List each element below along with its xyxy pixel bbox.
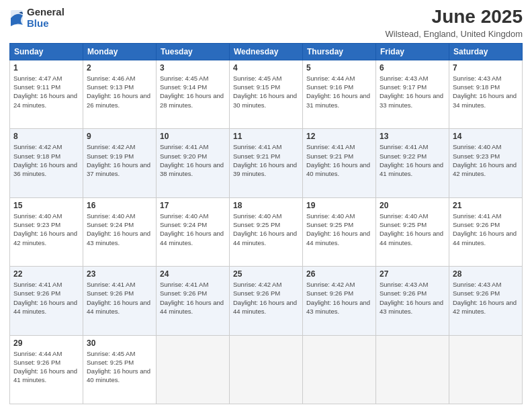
- day-number: 23: [87, 269, 152, 279]
- day-number: 10: [160, 132, 226, 141]
- day-number: 11: [233, 132, 299, 141]
- day-number: 14: [453, 132, 519, 141]
- table-row: 18 Sunrise: 4:40 AMSunset: 9:25 PMDaylig…: [230, 197, 303, 266]
- logo-icon: [9, 9, 24, 28]
- day-info: Sunrise: 4:41 AMSunset: 9:26 PMDaylight:…: [13, 281, 77, 315]
- logo: General Blue: [9, 7, 64, 29]
- calendar-week-row: 15 Sunrise: 4:40 AMSunset: 9:23 PMDaylig…: [10, 197, 523, 266]
- table-row: 28 Sunrise: 4:43 AMSunset: 9:26 PMDaylig…: [449, 267, 523, 335]
- location: Wilstead, England, United Kingdom: [385, 29, 523, 39]
- calendar-week-row: 1 Sunrise: 4:47 AMSunset: 9:11 PMDayligh…: [10, 60, 523, 128]
- day-number: 9: [87, 132, 152, 141]
- table-row: 22 Sunrise: 4:41 AMSunset: 9:26 PMDaylig…: [10, 267, 83, 335]
- table-row: 25 Sunrise: 4:42 AMSunset: 9:26 PMDaylig…: [230, 267, 303, 335]
- day-info: Sunrise: 4:46 AMSunset: 9:13 PMDaylight:…: [87, 75, 150, 109]
- col-sunday: Sunday: [10, 43, 83, 60]
- day-number: 25: [233, 269, 299, 279]
- day-info: Sunrise: 4:42 AMSunset: 9:26 PMDaylight:…: [233, 281, 297, 315]
- table-row: 11 Sunrise: 4:41 AMSunset: 9:21 PMDaylig…: [230, 129, 303, 197]
- day-number: 28: [453, 269, 519, 279]
- logo-text: General Blue: [27, 7, 64, 29]
- day-number: 5: [306, 63, 372, 73]
- day-number: 12: [306, 132, 372, 141]
- table-row: [449, 335, 523, 404]
- title-section: June 2025 Wilstead, England, United King…: [385, 7, 523, 39]
- day-info: Sunrise: 4:41 AMSunset: 9:26 PMDaylight:…: [87, 281, 150, 315]
- logo-general: General: [27, 7, 64, 18]
- table-row: [157, 335, 230, 404]
- day-number: 20: [380, 201, 445, 210]
- table-row: 20 Sunrise: 4:40 AMSunset: 9:25 PMDaylig…: [376, 197, 449, 266]
- page-header: General Blue June 2025 Wilstead, England…: [9, 7, 523, 39]
- day-number: 13: [380, 132, 445, 141]
- table-row: 26 Sunrise: 4:42 AMSunset: 9:26 PMDaylig…: [303, 267, 376, 335]
- day-info: Sunrise: 4:41 AMSunset: 9:26 PMDaylight:…: [453, 212, 517, 246]
- day-number: 6: [380, 63, 445, 73]
- table-row: 3 Sunrise: 4:45 AMSunset: 9:14 PMDayligh…: [157, 60, 230, 128]
- day-number: 24: [160, 269, 226, 279]
- table-row: 13 Sunrise: 4:41 AMSunset: 9:22 PMDaylig…: [376, 129, 449, 197]
- table-row: 21 Sunrise: 4:41 AMSunset: 9:26 PMDaylig…: [449, 197, 523, 266]
- calendar-week-row: 22 Sunrise: 4:41 AMSunset: 9:26 PMDaylig…: [10, 267, 523, 335]
- day-number: 15: [13, 201, 79, 210]
- col-saturday: Saturday: [449, 43, 523, 60]
- day-info: Sunrise: 4:42 AMSunset: 9:18 PMDaylight:…: [13, 143, 77, 177]
- day-number: 16: [87, 201, 152, 210]
- table-row: 23 Sunrise: 4:41 AMSunset: 9:26 PMDaylig…: [83, 267, 157, 335]
- calendar-week-row: 29 Sunrise: 4:44 AMSunset: 9:26 PMDaylig…: [10, 335, 523, 404]
- day-info: Sunrise: 4:43 AMSunset: 9:18 PMDaylight:…: [453, 75, 517, 109]
- calendar-page: General Blue June 2025 Wilstead, England…: [0, 0, 532, 411]
- day-number: 27: [380, 269, 445, 279]
- col-friday: Friday: [376, 43, 449, 60]
- table-row: 5 Sunrise: 4:44 AMSunset: 9:16 PMDayligh…: [303, 60, 376, 128]
- day-info: Sunrise: 4:40 AMSunset: 9:24 PMDaylight:…: [160, 212, 224, 246]
- table-row: 30 Sunrise: 4:45 AMSunset: 9:25 PMDaylig…: [83, 335, 157, 404]
- table-row: 1 Sunrise: 4:47 AMSunset: 9:11 PMDayligh…: [10, 60, 83, 128]
- day-info: Sunrise: 4:47 AMSunset: 9:11 PMDaylight:…: [13, 75, 77, 109]
- day-number: 30: [87, 338, 152, 348]
- day-info: Sunrise: 4:42 AMSunset: 9:19 PMDaylight:…: [87, 143, 150, 177]
- table-row: 4 Sunrise: 4:45 AMSunset: 9:15 PMDayligh…: [230, 60, 303, 128]
- day-info: Sunrise: 4:40 AMSunset: 9:24 PMDaylight:…: [87, 212, 150, 246]
- day-info: Sunrise: 4:42 AMSunset: 9:26 PMDaylight:…: [306, 281, 370, 315]
- day-info: Sunrise: 4:40 AMSunset: 9:25 PMDaylight:…: [380, 212, 443, 246]
- table-row: 8 Sunrise: 4:42 AMSunset: 9:18 PMDayligh…: [10, 129, 83, 197]
- table-row: 7 Sunrise: 4:43 AMSunset: 9:18 PMDayligh…: [449, 60, 523, 128]
- day-info: Sunrise: 4:41 AMSunset: 9:21 PMDaylight:…: [306, 143, 370, 177]
- day-info: Sunrise: 4:40 AMSunset: 9:23 PMDaylight:…: [13, 212, 77, 246]
- table-row: 9 Sunrise: 4:42 AMSunset: 9:19 PMDayligh…: [83, 129, 157, 197]
- day-number: 19: [306, 201, 372, 210]
- day-number: 7: [453, 63, 519, 73]
- day-info: Sunrise: 4:40 AMSunset: 9:25 PMDaylight:…: [233, 212, 297, 246]
- table-row: [376, 335, 449, 404]
- day-number: 18: [233, 201, 299, 210]
- day-info: Sunrise: 4:41 AMSunset: 9:26 PMDaylight:…: [160, 281, 224, 315]
- day-info: Sunrise: 4:45 AMSunset: 9:25 PMDaylight:…: [87, 350, 150, 384]
- table-row: [303, 335, 376, 404]
- day-number: 8: [13, 132, 79, 141]
- col-monday: Monday: [83, 43, 157, 60]
- day-info: Sunrise: 4:41 AMSunset: 9:21 PMDaylight:…: [233, 143, 297, 177]
- day-info: Sunrise: 4:40 AMSunset: 9:25 PMDaylight:…: [306, 212, 370, 246]
- day-info: Sunrise: 4:44 AMSunset: 9:26 PMDaylight:…: [13, 350, 77, 384]
- day-info: Sunrise: 4:43 AMSunset: 9:17 PMDaylight:…: [380, 75, 443, 109]
- table-row: 16 Sunrise: 4:40 AMSunset: 9:24 PMDaylig…: [83, 197, 157, 266]
- day-info: Sunrise: 4:41 AMSunset: 9:20 PMDaylight:…: [160, 143, 224, 177]
- day-info: Sunrise: 4:45 AMSunset: 9:15 PMDaylight:…: [233, 75, 297, 109]
- table-row: 19 Sunrise: 4:40 AMSunset: 9:25 PMDaylig…: [303, 197, 376, 266]
- col-thursday: Thursday: [303, 43, 376, 60]
- table-row: 17 Sunrise: 4:40 AMSunset: 9:24 PMDaylig…: [157, 197, 230, 266]
- day-number: 3: [160, 63, 226, 73]
- table-row: 2 Sunrise: 4:46 AMSunset: 9:13 PMDayligh…: [83, 60, 157, 128]
- day-info: Sunrise: 4:40 AMSunset: 9:23 PMDaylight:…: [453, 143, 517, 177]
- table-row: 15 Sunrise: 4:40 AMSunset: 9:23 PMDaylig…: [10, 197, 83, 266]
- table-row: 14 Sunrise: 4:40 AMSunset: 9:23 PMDaylig…: [449, 129, 523, 197]
- day-number: 22: [13, 269, 79, 279]
- table-row: 27 Sunrise: 4:43 AMSunset: 9:26 PMDaylig…: [376, 267, 449, 335]
- col-tuesday: Tuesday: [157, 43, 230, 60]
- day-info: Sunrise: 4:45 AMSunset: 9:14 PMDaylight:…: [160, 75, 224, 109]
- month-title: June 2025: [385, 7, 523, 28]
- calendar-week-row: 8 Sunrise: 4:42 AMSunset: 9:18 PMDayligh…: [10, 129, 523, 197]
- day-number: 17: [160, 201, 226, 210]
- day-number: 4: [233, 63, 299, 73]
